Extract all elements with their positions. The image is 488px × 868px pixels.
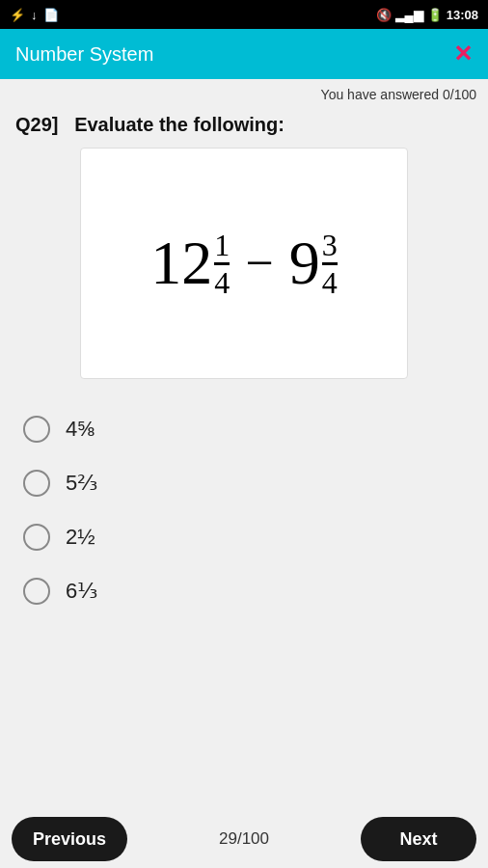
- bottom-nav: Previous 29/100 Next: [0, 810, 488, 868]
- radio-a[interactable]: [23, 416, 50, 443]
- fraction-1: 1 4: [214, 230, 230, 298]
- mute-icon: 🔇: [376, 8, 392, 22]
- option-c[interactable]: 2½: [15, 510, 473, 564]
- option-d[interactable]: 6⅓: [15, 564, 473, 618]
- question-area: Q29] Evaluate the following: 12 1 4 − 9 …: [0, 106, 488, 391]
- mixed-number-1: 12 1 4: [150, 230, 230, 298]
- next-button[interactable]: Next: [361, 817, 476, 861]
- question-number: Q29]: [15, 114, 58, 135]
- option-b[interactable]: 5⅔: [15, 456, 473, 510]
- option-d-text: 6⅓: [66, 579, 97, 604]
- option-a[interactable]: 4⅝: [15, 402, 473, 456]
- denominator-1: 4: [214, 265, 230, 298]
- whole-2: 9: [289, 232, 320, 294]
- battery-icon: 🔋: [427, 8, 443, 22]
- mixed-number-2: 9 3 4: [289, 230, 338, 298]
- math-expression: 12 1 4 − 9 3 4: [150, 230, 337, 298]
- signal-icon: ▂▄▆: [395, 8, 423, 22]
- numerator-2: 3: [322, 230, 338, 265]
- question-header: Q29] Evaluate the following:: [15, 114, 473, 136]
- radio-c[interactable]: [23, 524, 50, 551]
- file-icon: 📄: [43, 8, 59, 22]
- download-icon: ↓: [31, 8, 38, 22]
- close-button[interactable]: ✕: [453, 41, 473, 68]
- clock: 13:08: [447, 8, 478, 22]
- app-title: Number System: [15, 43, 153, 66]
- operator: −: [245, 238, 273, 288]
- previous-button[interactable]: Previous: [12, 817, 127, 861]
- fraction-2: 3 4: [322, 230, 338, 298]
- options-area: 4⅝ 5⅔ 2½ 6⅓: [0, 391, 488, 630]
- usb-icon: ⚡: [10, 8, 25, 22]
- radio-b[interactable]: [23, 470, 50, 497]
- math-image-container: 12 1 4 − 9 3 4: [80, 148, 408, 379]
- page-indicator: 29/100: [219, 829, 269, 849]
- numerator-1: 1: [214, 230, 230, 265]
- option-c-text: 2½: [66, 525, 95, 550]
- app-bar: Number System ✕: [0, 29, 488, 79]
- status-right: 🔇 ▂▄▆ 🔋 13:08: [376, 8, 478, 22]
- progress-text: You have answered 0/100: [0, 79, 488, 106]
- status-bar: ⚡ ↓ 📄 🔇 ▂▄▆ 🔋 13:08: [0, 0, 488, 29]
- option-a-text: 4⅝: [66, 417, 95, 442]
- radio-d[interactable]: [23, 578, 50, 605]
- option-b-text: 5⅔: [66, 471, 97, 496]
- denominator-2: 4: [322, 265, 338, 298]
- question-text: Evaluate the following:: [74, 114, 285, 135]
- status-left-icons: ⚡ ↓ 📄: [10, 8, 59, 22]
- whole-1: 12: [150, 232, 212, 294]
